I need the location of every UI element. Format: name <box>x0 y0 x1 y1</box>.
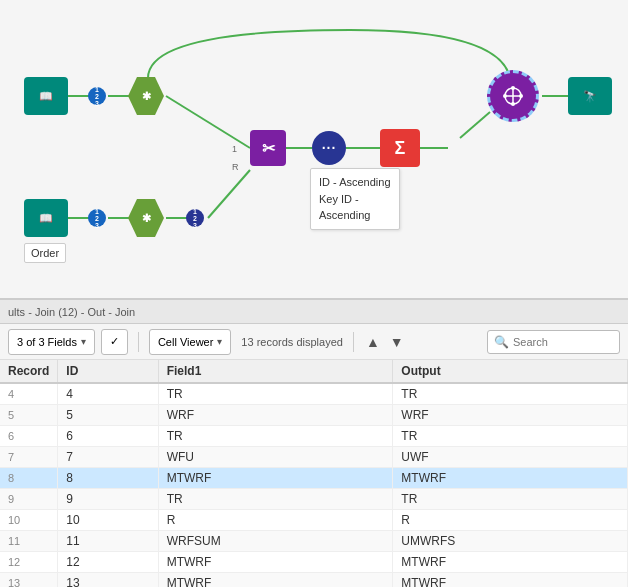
svg-point-18 <box>511 102 515 106</box>
cell-output-8: MTWRF <box>393 552 628 573</box>
svg-text:R: R <box>232 162 239 172</box>
table-row[interactable]: 1313MTWRFMTWRF <box>0 573 628 588</box>
table-row[interactable]: 66TRTR <box>0 426 628 447</box>
cell-id-3: 7 <box>58 447 158 468</box>
cell-field1-3: WFU <box>158 447 393 468</box>
table-row[interactable]: 88MTWRFMTWRF <box>0 468 628 489</box>
table-row[interactable]: 44TRTR <box>0 383 628 405</box>
cell-field1-2: TR <box>158 426 393 447</box>
table-row[interactable]: 55WRFWRF <box>0 405 628 426</box>
node-dots[interactable]: ··· <box>312 131 346 165</box>
cell-output-9: MTWRF <box>393 573 628 588</box>
cell-field1-5: TR <box>158 489 393 510</box>
col-header-record: Record <box>0 360 58 383</box>
cell-field1-4: MTWRF <box>158 468 393 489</box>
table-body: 44TRTR55WRFWRF66TRTR77WFUUWF88MTWRFMTWRF… <box>0 383 628 587</box>
fields-dropdown-arrow: ▾ <box>81 336 86 347</box>
svg-line-11 <box>208 170 250 218</box>
viewer-dropdown[interactable]: Cell Viewer ▾ <box>149 329 231 355</box>
node-book-2[interactable]: 📖 <box>24 199 68 237</box>
cell-record-7: 11 <box>0 531 58 552</box>
svg-point-17 <box>511 86 515 90</box>
badge-3: 123 <box>186 209 204 227</box>
badge-2: 123 <box>88 209 106 227</box>
cell-record-6: 10 <box>0 510 58 531</box>
cell-output-6: R <box>393 510 628 531</box>
cell-output-1: WRF <box>393 405 628 426</box>
cell-record-0: 4 <box>0 383 58 405</box>
search-input[interactable] <box>513 336 613 348</box>
cell-id-5: 9 <box>58 489 158 510</box>
cell-field1-0: TR <box>158 383 393 405</box>
table-row[interactable]: 77WFUUWF <box>0 447 628 468</box>
svg-text:1: 1 <box>232 144 237 154</box>
cell-record-3: 7 <box>0 447 58 468</box>
cell-record-2: 6 <box>0 426 58 447</box>
search-box: 🔍 <box>487 330 620 354</box>
breadcrumb-text: ults - Join (12) - Out - Join <box>8 306 135 318</box>
cell-id-6: 10 <box>58 510 158 531</box>
table-row[interactable]: 99TRTR <box>0 489 628 510</box>
cell-record-8: 12 <box>0 552 58 573</box>
table-header-row: Record ID Field1 Output <box>0 360 628 383</box>
cell-id-4: 8 <box>58 468 158 489</box>
results-panel: ults - Join (12) - Out - Join 3 of 3 Fie… <box>0 300 628 587</box>
sort-asc-btn[interactable]: ▲ <box>364 332 382 352</box>
node-order-label: Order <box>24 243 66 263</box>
cell-output-4: MTWRF <box>393 468 628 489</box>
svg-point-20 <box>519 94 523 98</box>
cell-id-9: 13 <box>58 573 158 588</box>
cell-id-1: 5 <box>58 405 158 426</box>
cell-output-3: UWF <box>393 447 628 468</box>
svg-line-2 <box>166 96 250 148</box>
col-header-field1: Field1 <box>158 360 393 383</box>
cell-output-2: TR <box>393 426 628 447</box>
cell-output-0: TR <box>393 383 628 405</box>
cell-output-7: UMWRFS <box>393 531 628 552</box>
cell-field1-7: WRFSUM <box>158 531 393 552</box>
node-book-1[interactable]: 📖 <box>24 77 68 115</box>
toolbar-divider-1 <box>138 332 139 352</box>
viewer-dropdown-arrow: ▾ <box>217 336 222 347</box>
svg-line-6 <box>460 112 490 138</box>
data-table-container[interactable]: Record ID Field1 Output 44TRTR55WRFWRF66… <box>0 360 628 587</box>
node-sigma[interactable]: Σ <box>380 129 420 167</box>
cell-field1-6: R <box>158 510 393 531</box>
cell-field1-8: MTWRF <box>158 552 393 573</box>
node-binoculars[interactable]: 🔭 <box>568 77 612 115</box>
cell-id-7: 11 <box>58 531 158 552</box>
cell-id-0: 4 <box>58 383 158 405</box>
accept-btn[interactable]: ✓ <box>101 329 128 355</box>
breadcrumb: ults - Join (12) - Out - Join <box>0 300 628 324</box>
viewer-label: Cell Viewer <box>158 336 213 348</box>
node-scissors[interactable]: ✂ <box>250 130 286 166</box>
cell-output-5: TR <box>393 489 628 510</box>
records-count: 13 records displayed <box>241 336 343 348</box>
svg-point-19 <box>503 94 507 98</box>
sort-tooltip: ID - Ascending Key ID - Ascending <box>310 168 400 230</box>
cell-id-8: 12 <box>58 552 158 573</box>
sort-desc-btn[interactable]: ▼ <box>388 332 406 352</box>
cell-record-4: 8 <box>0 468 58 489</box>
fields-label: 3 of 3 Fields <box>17 336 77 348</box>
table-row[interactable]: 1212MTWRFMTWRF <box>0 552 628 573</box>
table-row[interactable]: 1010RR <box>0 510 628 531</box>
cell-field1-1: WRF <box>158 405 393 426</box>
cell-record-5: 9 <box>0 489 58 510</box>
table-row[interactable]: 1111WRFSUMUMWRFS <box>0 531 628 552</box>
fields-dropdown[interactable]: 3 of 3 Fields ▾ <box>8 329 95 355</box>
workflow-canvas[interactable]: 1 R 📖 123 ✱ ✂ ··· Σ 🔭 <box>0 0 628 300</box>
cell-record-9: 13 <box>0 573 58 588</box>
cell-id-2: 6 <box>58 426 158 447</box>
cell-record-1: 5 <box>0 405 58 426</box>
results-toolbar: 3 of 3 Fields ▾ ✓ Cell Viewer ▾ 13 recor… <box>0 324 628 360</box>
badge-1: 123 <box>88 87 106 105</box>
node-join[interactable] <box>487 70 539 122</box>
col-header-output: Output <box>393 360 628 383</box>
col-header-id: ID <box>58 360 158 383</box>
cell-field1-9: MTWRF <box>158 573 393 588</box>
results-table: Record ID Field1 Output 44TRTR55WRFWRF66… <box>0 360 628 587</box>
search-icon: 🔍 <box>494 335 509 349</box>
toolbar-divider-2 <box>353 332 354 352</box>
